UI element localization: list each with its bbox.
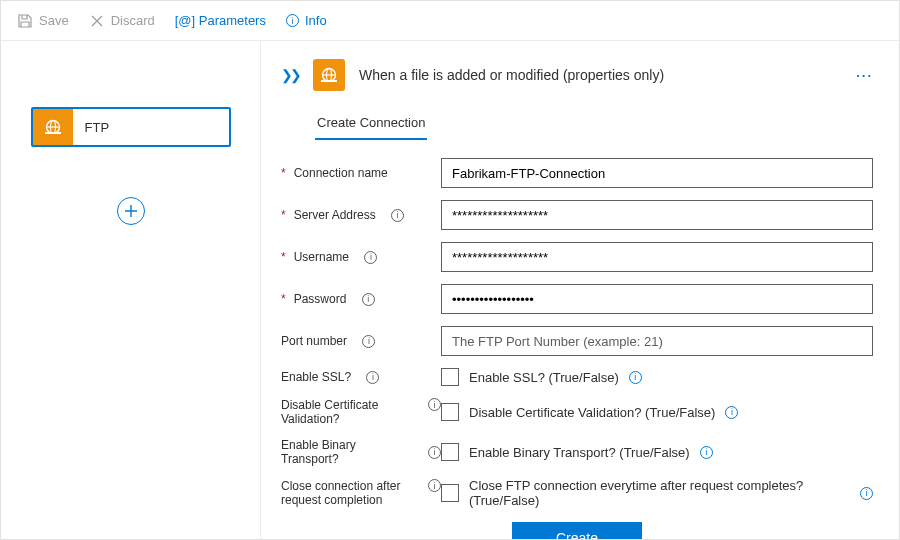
more-menu-button[interactable]: ···: [856, 68, 873, 83]
info-icon[interactable]: i: [391, 209, 404, 222]
label-connection-name: Connection name: [294, 166, 388, 180]
info-icon[interactable]: i: [362, 335, 375, 348]
details-panel: ❯❯ When a file is added or modified (pro…: [261, 41, 899, 539]
connection-form: *Connection name *Server Address i *User…: [281, 158, 873, 539]
info-icon[interactable]: i: [860, 487, 873, 500]
ftp-connector-icon: [33, 109, 73, 145]
command-bar: Save Discard [@] Parameters i Info: [1, 1, 899, 41]
close-icon: [89, 13, 105, 29]
canvas-sidebar: FTP: [1, 41, 261, 539]
enable-ssl-checkbox[interactable]: [441, 368, 459, 386]
label-close-conn: Close connection after request completio…: [281, 479, 413, 507]
save-button: Save: [9, 9, 77, 33]
trigger-node-label: FTP: [73, 120, 110, 135]
parameters-button[interactable]: [@] Parameters: [167, 9, 274, 32]
info-icon: i: [286, 14, 299, 27]
save-label: Save: [39, 13, 69, 28]
binary-transport-checkbox[interactable]: [441, 443, 459, 461]
tab-create-connection[interactable]: Create Connection: [315, 109, 427, 140]
svg-rect-5: [321, 80, 337, 82]
discard-label: Discard: [111, 13, 155, 28]
info-icon[interactable]: i: [362, 293, 375, 306]
port-number-input[interactable]: [441, 326, 873, 356]
disable-cert-check-label: Disable Certificate Validation? (True/Fa…: [469, 405, 715, 420]
panel-title: When a file is added or modified (proper…: [359, 67, 842, 83]
info-icon[interactable]: i: [700, 446, 713, 459]
info-icon[interactable]: i: [629, 371, 642, 384]
label-server-address: Server Address: [294, 208, 376, 222]
server-address-input[interactable]: [441, 200, 873, 230]
username-input[interactable]: [441, 242, 873, 272]
info-label: Info: [305, 13, 327, 28]
discard-button: Discard: [81, 9, 163, 33]
connection-name-input[interactable]: [441, 158, 873, 188]
label-disable-cert: Disable Certificate Validation?: [281, 398, 413, 426]
disable-cert-checkbox[interactable]: [441, 403, 459, 421]
ftp-connector-icon: [313, 59, 345, 91]
info-icon[interactable]: i: [725, 406, 738, 419]
label-password: Password: [294, 292, 347, 306]
save-icon: [17, 13, 33, 29]
info-icon[interactable]: i: [428, 446, 441, 459]
info-icon[interactable]: i: [364, 251, 377, 264]
add-step-button[interactable]: [117, 197, 145, 225]
label-binary: Enable Binary Transport?: [281, 438, 413, 466]
trigger-node-ftp[interactable]: FTP: [31, 107, 231, 147]
password-input[interactable]: [441, 284, 873, 314]
label-port: Port number: [281, 334, 347, 348]
info-icon[interactable]: i: [428, 479, 441, 492]
svg-rect-2: [45, 132, 61, 134]
label-enable-ssl: Enable SSL?: [281, 370, 351, 384]
enable-ssl-check-label: Enable SSL? (True/False): [469, 370, 619, 385]
close-connection-checkbox[interactable]: [441, 484, 459, 502]
info-button[interactable]: i Info: [278, 9, 335, 32]
collapse-panel-button[interactable]: ❯❯: [281, 67, 299, 83]
binary-check-label: Enable Binary Transport? (True/False): [469, 445, 690, 460]
plus-icon: [124, 204, 138, 218]
create-button[interactable]: Create: [512, 522, 642, 539]
label-username: Username: [294, 250, 349, 264]
info-icon[interactable]: i: [366, 371, 379, 384]
parameters-label: [@] Parameters: [175, 13, 266, 28]
info-icon[interactable]: i: [428, 398, 441, 411]
close-check-label: Close FTP connection everytime after req…: [469, 478, 850, 508]
